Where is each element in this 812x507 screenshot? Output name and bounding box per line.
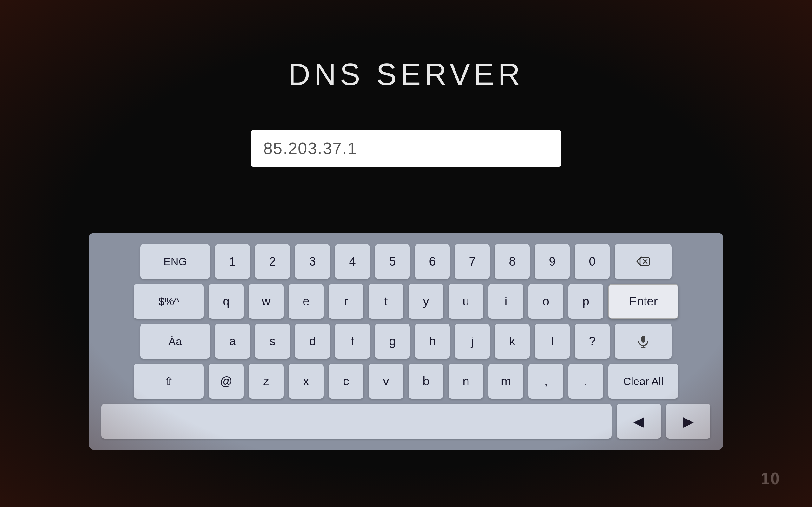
dns-input[interactable] <box>251 130 561 167</box>
left-arrow-key[interactable]: ◀ <box>617 404 661 439</box>
key-3[interactable]: 3 <box>295 244 330 279</box>
key-y[interactable]: y <box>409 284 444 319</box>
right-arrow-key[interactable]: ▶ <box>666 404 711 439</box>
key-2[interactable]: 2 <box>255 244 290 279</box>
key-k[interactable]: k <box>495 324 530 359</box>
key-b[interactable]: b <box>409 364 444 399</box>
key-n[interactable]: n <box>449 364 484 399</box>
keyboard-row-1: ENG 1 2 3 4 5 6 7 8 9 0 <box>101 244 711 279</box>
key-q[interactable]: q <box>209 284 244 319</box>
key-m[interactable]: m <box>489 364 523 399</box>
keyboard-row-bottom: ◀ ▶ <box>101 404 711 439</box>
symbols-key[interactable]: $%^ <box>134 284 204 319</box>
enter-key[interactable]: Enter <box>608 284 678 319</box>
key-v[interactable]: v <box>368 364 403 399</box>
key-f[interactable]: f <box>335 324 370 359</box>
keyboard-row-2: $%^ q w e r t y u i o p Enter <box>101 284 711 319</box>
page-title: DNS SERVER <box>288 57 524 92</box>
backspace-key[interactable] <box>615 244 672 279</box>
key-x[interactable]: x <box>289 364 323 399</box>
key-z[interactable]: z <box>249 364 284 399</box>
key-s[interactable]: s <box>255 324 290 359</box>
key-at[interactable]: @ <box>209 364 244 399</box>
key-comma[interactable]: , <box>528 364 563 399</box>
keyboard: ENG 1 2 3 4 5 6 7 8 9 0 $%^ q w e r t y … <box>89 233 723 450</box>
key-h[interactable]: h <box>415 324 450 359</box>
key-5[interactable]: 5 <box>375 244 410 279</box>
key-9[interactable]: 9 <box>535 244 570 279</box>
space-key[interactable] <box>101 404 612 439</box>
key-0[interactable]: 0 <box>575 244 610 279</box>
key-p[interactable]: p <box>568 284 603 319</box>
key-j[interactable]: j <box>455 324 490 359</box>
key-period[interactable]: . <box>568 364 603 399</box>
key-w[interactable]: w <box>249 284 284 319</box>
keyboard-row-3: Àa a s d f g h j k l ? <box>101 324 711 359</box>
key-6[interactable]: 6 <box>415 244 450 279</box>
key-8[interactable]: 8 <box>495 244 530 279</box>
keyboard-row-4: ⇧ @ z x c v b n m , . Clear All <box>101 364 711 399</box>
watermark: 10 <box>761 469 780 488</box>
clear-all-key[interactable]: Clear All <box>608 364 678 399</box>
key-u[interactable]: u <box>449 284 484 319</box>
key-e[interactable]: e <box>289 284 323 319</box>
key-g[interactable]: g <box>375 324 410 359</box>
key-r[interactable]: r <box>328 284 363 319</box>
shift-key[interactable]: ⇧ <box>134 364 204 399</box>
input-area <box>251 130 561 167</box>
key-question[interactable]: ? <box>575 324 610 359</box>
svg-rect-3 <box>641 336 645 343</box>
key-t[interactable]: t <box>368 284 403 319</box>
key-1[interactable]: 1 <box>215 244 250 279</box>
key-4[interactable]: 4 <box>335 244 370 279</box>
key-7[interactable]: 7 <box>455 244 490 279</box>
key-d[interactable]: d <box>295 324 330 359</box>
voice-key[interactable] <box>615 324 672 359</box>
key-l[interactable]: l <box>535 324 570 359</box>
key-o[interactable]: o <box>528 284 563 319</box>
key-i[interactable]: i <box>489 284 523 319</box>
caps-key[interactable]: Àa <box>140 324 210 359</box>
lang-key[interactable]: ENG <box>140 244 210 279</box>
key-a[interactable]: a <box>215 324 250 359</box>
key-c[interactable]: c <box>328 364 363 399</box>
